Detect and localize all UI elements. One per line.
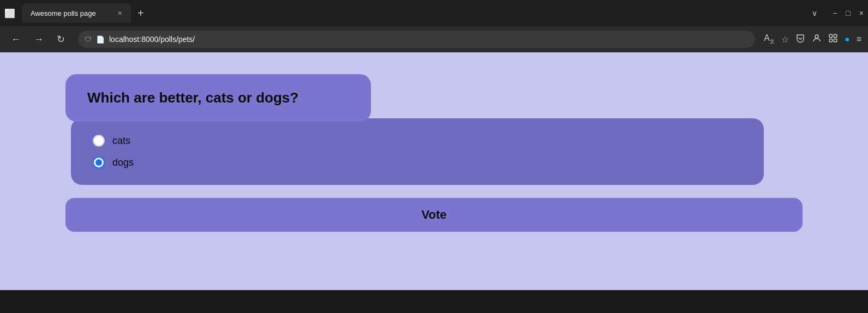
window-controls: − □ × — [833, 9, 864, 17]
radio-dogs[interactable] — [93, 156, 105, 168]
svg-point-0 — [815, 35, 818, 38]
svg-rect-1 — [829, 34, 832, 37]
bookmark-icon[interactable]: ☆ — [781, 34, 789, 45]
tracking-icon[interactable]: ● — [845, 34, 850, 44]
radio-cats[interactable] — [93, 135, 105, 147]
back-button[interactable]: ← — [7, 32, 25, 47]
close-window-button[interactable]: × — [859, 9, 864, 17]
url-text: localhost:8000/polls/pets/ — [109, 35, 749, 44]
menu-icon[interactable]: ≡ — [857, 34, 861, 44]
tab-bar: ⬜ Awesome polls page × + ∨ − □ × — [0, 0, 868, 26]
tab-dropdown-icon[interactable]: ∨ — [812, 9, 817, 17]
svg-rect-3 — [829, 39, 832, 42]
nav-actions: A文 ☆ ● ≡ — [764, 33, 861, 45]
poll-question-box: Which are better, cats or dogs? — [65, 74, 371, 122]
forward-button[interactable]: → — [29, 32, 48, 47]
tab-title: Awesome polls page — [31, 9, 96, 17]
account-icon[interactable] — [812, 33, 822, 45]
new-tab-button[interactable]: + — [133, 7, 148, 20]
svg-rect-4 — [834, 39, 836, 42]
poll-options-box: cats dogs — [71, 118, 764, 185]
browser-chrome: ⬜ Awesome polls page × + ∨ − □ × ← → ↻ 🛡… — [0, 0, 868, 52]
tab-close-button[interactable]: × — [118, 9, 122, 17]
poll-option-dogs[interactable]: dogs — [93, 156, 742, 168]
page-content: Which are better, cats or dogs? cats dog… — [0, 52, 868, 290]
shield-icon: 🛡 — [85, 35, 92, 44]
tab-favicon-icon: ⬜ — [4, 8, 15, 19]
poll-option-cats[interactable]: cats — [93, 135, 742, 147]
poll-container: Which are better, cats or dogs? cats dog… — [65, 74, 803, 232]
minimize-button[interactable]: − — [833, 9, 837, 17]
browser-tab-active[interactable]: Awesome polls page × — [22, 3, 131, 23]
vote-button[interactable]: Vote — [65, 198, 803, 232]
page-icon: 📄 — [96, 35, 105, 44]
poll-question: Which are better, cats or dogs? — [87, 89, 298, 106]
translate-icon[interactable]: A文 — [764, 33, 775, 45]
svg-rect-2 — [834, 34, 836, 37]
poll-option-cats-label: cats — [112, 135, 130, 147]
radio-dogs-inner — [95, 159, 102, 166]
nav-bar: ← → ↻ 🛡 📄 localhost:8000/polls/pets/ A文 … — [0, 26, 868, 52]
poll-option-dogs-label: dogs — [112, 157, 134, 168]
pocket-icon[interactable] — [795, 33, 805, 45]
reload-button[interactable]: ↻ — [52, 31, 69, 47]
maximize-button[interactable]: □ — [846, 9, 850, 17]
extensions-icon[interactable] — [828, 33, 838, 45]
address-bar[interactable]: 🛡 📄 localhost:8000/polls/pets/ — [78, 31, 755, 48]
